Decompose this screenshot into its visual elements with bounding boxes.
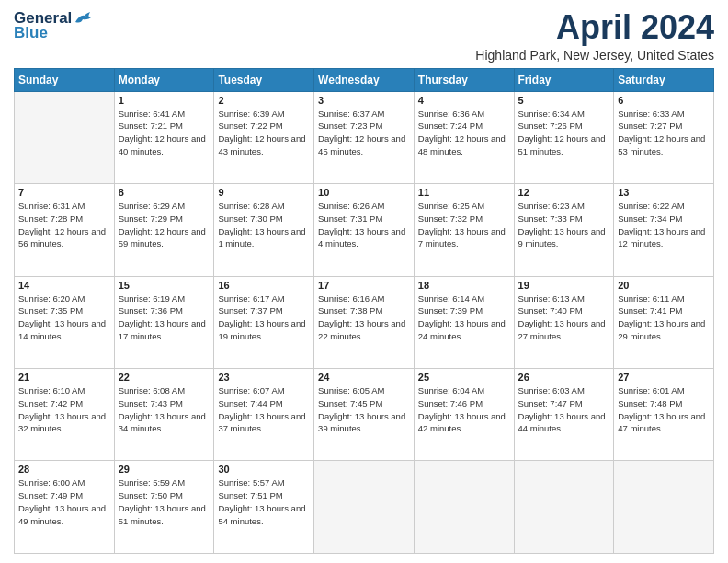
day-cell: 27Sunrise: 6:01 AMSunset: 7:48 PMDayligh… — [614, 369, 714, 461]
day-info: Sunrise: 6:34 AMSunset: 7:26 PMDaylight:… — [518, 108, 610, 158]
day-number: 26 — [518, 372, 610, 383]
day-info: Sunrise: 6:37 AMSunset: 7:23 PMDaylight:… — [318, 108, 410, 158]
day-cell: 29Sunrise: 5:59 AMSunset: 7:50 PMDayligh… — [114, 461, 214, 554]
day-number: 17 — [318, 280, 410, 291]
day-number: 4 — [418, 95, 510, 106]
day-cell: 13Sunrise: 6:22 AMSunset: 7:34 PMDayligh… — [614, 184, 714, 276]
day-info: Sunrise: 6:22 AMSunset: 7:34 PMDaylight:… — [618, 200, 710, 250]
day-number: 3 — [318, 95, 410, 106]
day-info: Sunrise: 6:25 AMSunset: 7:32 PMDaylight:… — [418, 200, 510, 250]
day-cell: 6Sunrise: 6:33 AMSunset: 7:27 PMDaylight… — [614, 91, 714, 183]
header: General Blue April 2024 Highland Park, N… — [14, 9, 714, 63]
day-info: Sunrise: 6:23 AMSunset: 7:33 PMDaylight:… — [518, 200, 610, 250]
day-cell: 20Sunrise: 6:11 AMSunset: 7:41 PMDayligh… — [614, 276, 714, 368]
day-info: Sunrise: 6:31 AMSunset: 7:28 PMDaylight:… — [18, 200, 110, 250]
day-number: 25 — [418, 372, 510, 383]
col-header-monday: Monday — [114, 68, 214, 91]
day-info: Sunrise: 6:03 AMSunset: 7:47 PMDaylight:… — [518, 385, 610, 435]
day-info: Sunrise: 6:20 AMSunset: 7:35 PMDaylight:… — [18, 293, 110, 343]
day-info: Sunrise: 6:11 AMSunset: 7:41 PMDaylight:… — [618, 293, 710, 343]
day-info: Sunrise: 6:36 AMSunset: 7:24 PMDaylight:… — [418, 108, 510, 158]
day-info: Sunrise: 6:04 AMSunset: 7:46 PMDaylight:… — [418, 385, 510, 435]
day-cell: 3Sunrise: 6:37 AMSunset: 7:23 PMDaylight… — [314, 91, 415, 183]
day-cell — [514, 461, 614, 554]
day-info: Sunrise: 6:33 AMSunset: 7:27 PMDaylight:… — [618, 108, 710, 158]
title-block: April 2024 Highland Park, New Jersey, Un… — [475, 9, 714, 63]
day-number: 15 — [119, 280, 210, 291]
day-cell: 10Sunrise: 6:26 AMSunset: 7:31 PMDayligh… — [314, 184, 415, 276]
day-number: 11 — [418, 187, 510, 198]
day-info: Sunrise: 6:29 AMSunset: 7:29 PMDaylight:… — [119, 200, 210, 250]
col-header-sunday: Sunday — [15, 68, 115, 91]
day-number: 8 — [119, 187, 210, 198]
day-number: 13 — [618, 187, 710, 198]
day-number: 14 — [18, 280, 110, 291]
day-info: Sunrise: 5:59 AMSunset: 7:50 PMDaylight:… — [119, 477, 210, 527]
day-cell: 25Sunrise: 6:04 AMSunset: 7:46 PMDayligh… — [414, 369, 514, 461]
day-number: 18 — [418, 280, 510, 291]
col-header-saturday: Saturday — [614, 68, 714, 91]
day-number: 29 — [119, 464, 210, 475]
day-info: Sunrise: 6:14 AMSunset: 7:39 PMDaylight:… — [418, 293, 510, 343]
day-cell: 1Sunrise: 6:41 AMSunset: 7:21 PMDaylight… — [114, 91, 214, 183]
day-cell: 4Sunrise: 6:36 AMSunset: 7:24 PMDaylight… — [414, 91, 514, 183]
day-info: Sunrise: 6:26 AMSunset: 7:31 PMDaylight:… — [318, 200, 410, 250]
day-info: Sunrise: 6:16 AMSunset: 7:38 PMDaylight:… — [318, 293, 410, 343]
logo-blue: Blue — [14, 24, 48, 42]
calendar-table: SundayMondayTuesdayWednesdayThursdayFrid… — [14, 68, 714, 554]
day-number: 22 — [119, 372, 210, 383]
day-number: 21 — [18, 372, 110, 383]
day-cell: 22Sunrise: 6:08 AMSunset: 7:43 PMDayligh… — [114, 369, 214, 461]
col-header-wednesday: Wednesday — [314, 68, 415, 91]
day-number: 7 — [18, 187, 110, 198]
day-cell — [414, 461, 514, 554]
day-info: Sunrise: 5:57 AMSunset: 7:51 PMDaylight:… — [218, 477, 310, 527]
day-cell: 26Sunrise: 6:03 AMSunset: 7:47 PMDayligh… — [514, 369, 614, 461]
day-cell: 17Sunrise: 6:16 AMSunset: 7:38 PMDayligh… — [314, 276, 415, 368]
day-number: 20 — [618, 280, 710, 291]
day-cell: 23Sunrise: 6:07 AMSunset: 7:44 PMDayligh… — [214, 369, 314, 461]
day-cell: 18Sunrise: 6:14 AMSunset: 7:39 PMDayligh… — [414, 276, 514, 368]
day-info: Sunrise: 6:39 AMSunset: 7:22 PMDaylight:… — [218, 108, 310, 158]
day-info: Sunrise: 6:19 AMSunset: 7:36 PMDaylight:… — [119, 293, 210, 343]
logo: General Blue — [14, 9, 94, 42]
location: Highland Park, New Jersey, United States — [475, 48, 714, 63]
day-number: 28 — [18, 464, 110, 475]
day-number: 10 — [318, 187, 410, 198]
col-header-thursday: Thursday — [414, 68, 514, 91]
day-number: 23 — [218, 372, 310, 383]
day-cell: 24Sunrise: 6:05 AMSunset: 7:45 PMDayligh… — [314, 369, 415, 461]
day-number: 5 — [518, 95, 610, 106]
day-cell: 28Sunrise: 6:00 AMSunset: 7:49 PMDayligh… — [15, 461, 115, 554]
day-cell — [614, 461, 714, 554]
day-info: Sunrise: 6:00 AMSunset: 7:49 PMDaylight:… — [18, 477, 110, 527]
day-info: Sunrise: 6:41 AMSunset: 7:21 PMDaylight:… — [119, 108, 210, 158]
day-cell: 7Sunrise: 6:31 AMSunset: 7:28 PMDaylight… — [15, 184, 115, 276]
col-header-friday: Friday — [514, 68, 614, 91]
week-row-2: 7Sunrise: 6:31 AMSunset: 7:28 PMDaylight… — [15, 184, 714, 276]
day-number: 24 — [318, 372, 410, 383]
week-row-5: 28Sunrise: 6:00 AMSunset: 7:49 PMDayligh… — [15, 461, 714, 554]
day-cell: 30Sunrise: 5:57 AMSunset: 7:51 PMDayligh… — [214, 461, 314, 554]
day-cell: 12Sunrise: 6:23 AMSunset: 7:33 PMDayligh… — [514, 184, 614, 276]
day-cell: 16Sunrise: 6:17 AMSunset: 7:37 PMDayligh… — [214, 276, 314, 368]
day-info: Sunrise: 6:28 AMSunset: 7:30 PMDaylight:… — [218, 200, 310, 250]
day-cell: 2Sunrise: 6:39 AMSunset: 7:22 PMDaylight… — [214, 91, 314, 183]
day-number: 30 — [218, 464, 310, 475]
week-row-4: 21Sunrise: 6:10 AMSunset: 7:42 PMDayligh… — [15, 369, 714, 461]
day-info: Sunrise: 6:08 AMSunset: 7:43 PMDaylight:… — [119, 385, 210, 435]
day-info: Sunrise: 6:01 AMSunset: 7:48 PMDaylight:… — [618, 385, 710, 435]
day-number: 27 — [618, 372, 710, 383]
logo-bird-icon — [74, 11, 94, 26]
day-number: 6 — [618, 95, 710, 106]
day-number: 19 — [518, 280, 610, 291]
day-info: Sunrise: 6:13 AMSunset: 7:40 PMDaylight:… — [518, 293, 610, 343]
day-info: Sunrise: 6:17 AMSunset: 7:37 PMDaylight:… — [218, 293, 310, 343]
day-cell: 15Sunrise: 6:19 AMSunset: 7:36 PMDayligh… — [114, 276, 214, 368]
day-cell: 21Sunrise: 6:10 AMSunset: 7:42 PMDayligh… — [15, 369, 115, 461]
day-cell: 9Sunrise: 6:28 AMSunset: 7:30 PMDaylight… — [214, 184, 314, 276]
month-title: April 2024 — [475, 9, 714, 46]
day-cell: 8Sunrise: 6:29 AMSunset: 7:29 PMDaylight… — [114, 184, 214, 276]
day-cell: 5Sunrise: 6:34 AMSunset: 7:26 PMDaylight… — [514, 91, 614, 183]
page: General Blue April 2024 Highland Park, N… — [0, 0, 728, 563]
